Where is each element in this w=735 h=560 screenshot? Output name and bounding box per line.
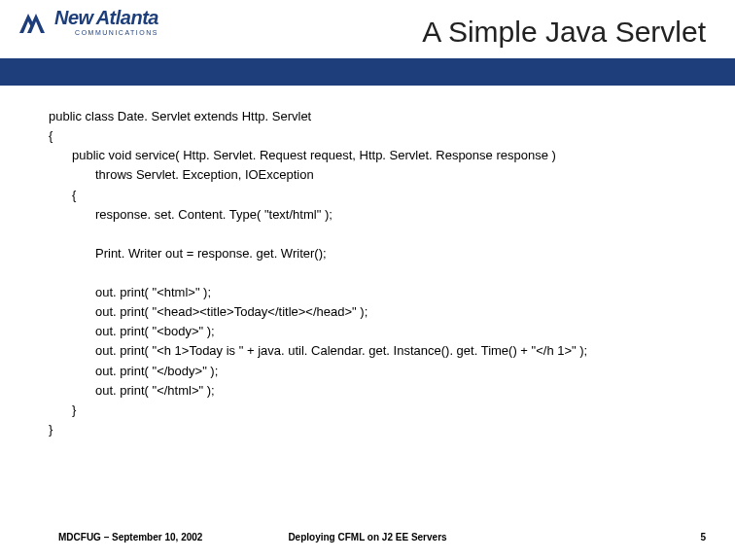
code-line: public class Date. Servlet extends Http.… (49, 107, 716, 126)
code-block: public class Date. Servlet extends Http.… (49, 107, 716, 439)
title-underline-bar (0, 58, 735, 86)
code-line: } (49, 401, 716, 420)
logo-brand-sub: COMMUNICATIONS (54, 29, 158, 36)
code-line: out. print( "<h 1>Today is " + java. uti… (49, 341, 716, 361)
slide-title: A Simple Java Servlet (422, 16, 706, 49)
logo: New Atlanta COMMUNICATIONS (19, 8, 158, 36)
slide-footer: MDCFUG – September 10, 2002 Deploying CF… (0, 532, 735, 542)
footer-left: MDCFUG – September 10, 2002 (58, 532, 202, 542)
code-line: out. print( "</html>" ); (49, 381, 716, 401)
code-line: } (49, 420, 716, 439)
code-line: { (49, 186, 716, 205)
code-line: public void service( Http. Servlet. Requ… (49, 146, 716, 165)
logo-text: New Atlanta COMMUNICATIONS (54, 8, 158, 36)
code-line: out. print( "<body>" ); (49, 322, 716, 341)
code-line: out. print( "<html>" ); (49, 283, 716, 302)
code-line: response. set. Content. Type( "text/html… (49, 205, 716, 225)
logo-brand-atlanta: Atlanta (96, 8, 158, 27)
code-line: { (49, 126, 716, 146)
page-number: 5 (700, 532, 706, 542)
code-line: throws Servlet. Exception, IOException (49, 165, 716, 185)
code-line: out. print( "</body>" ); (49, 362, 716, 381)
code-line: out. print( "<head><title>Today</title><… (49, 302, 716, 322)
code-line: Print. Writer out = response. get. Write… (49, 244, 716, 263)
logo-icon (19, 10, 49, 35)
logo-brand-new: New (54, 8, 93, 27)
